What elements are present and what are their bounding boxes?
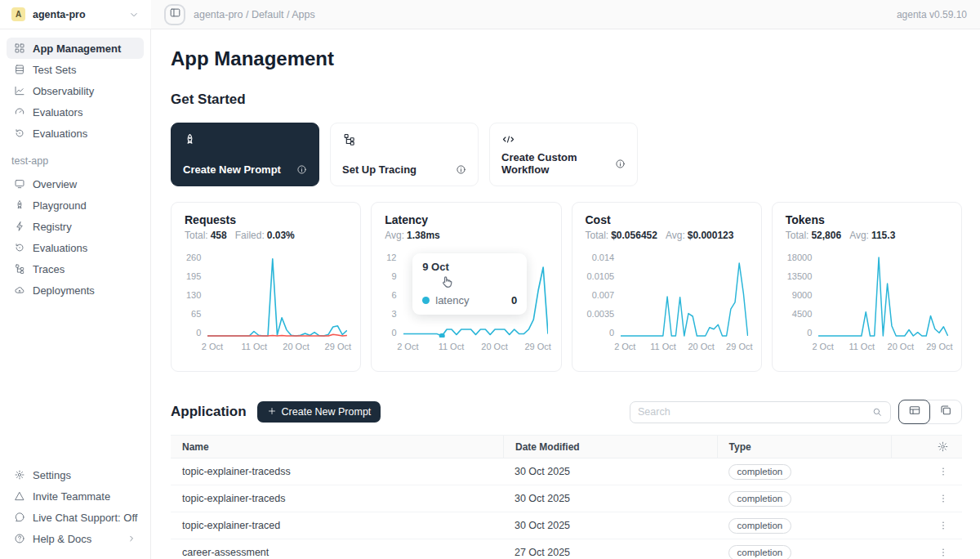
table-row[interactable]: career-assessment27 Oct 2025completion <box>171 539 962 559</box>
workspace-name: agenta-pro <box>33 9 121 20</box>
info-icon[interactable] <box>296 164 307 175</box>
sidebar-item-playground[interactable]: Playground <box>7 195 144 216</box>
application-tools <box>630 400 962 424</box>
y-tick: 260 <box>186 253 201 262</box>
sidebar-item-help-docs[interactable]: Help & Docs <box>7 528 144 549</box>
y-tick: 6 <box>391 290 396 300</box>
chart-card-cost: CostTotal:$0.056452Avg:$0.0001230.0140.0… <box>572 202 762 372</box>
cell-name: topic-explainer-traced <box>171 520 503 531</box>
x-tick: 20 Oct <box>283 342 309 351</box>
sidebar-item-evaluations[interactable]: Evaluations <box>7 237 144 258</box>
create-new-prompt-label: Create New Prompt <box>282 406 372 418</box>
sidebar-item-deployments[interactable]: Deployments <box>7 280 144 301</box>
y-tick: 0 <box>807 328 812 338</box>
x-tick: 11 Oct <box>241 342 267 351</box>
row-menu-icon[interactable] <box>938 493 949 504</box>
series-dot <box>422 297 430 304</box>
cell-date-modified: 30 Oct 2025 <box>503 520 717 531</box>
workspace-switcher[interactable]: A agenta-pro <box>0 0 151 29</box>
chart-plot[interactable] <box>621 253 748 338</box>
type-badge: completion <box>728 545 792 559</box>
column-header-name[interactable]: Name <box>171 441 503 453</box>
y-tick: 0 <box>196 328 201 338</box>
table-row[interactable]: topic-explainer-tracedss30 Oct 2025compl… <box>171 458 962 485</box>
sidebar-item-observability[interactable]: Observability <box>7 80 144 101</box>
sidebar-item-traces[interactable]: Traces <box>7 258 144 280</box>
chart-stat: Total:458 <box>185 230 227 241</box>
column-header-date-modified[interactable]: Date Modified <box>503 436 717 458</box>
sidebar-item-evaluators[interactable]: Evaluators <box>7 101 144 123</box>
row-menu-icon[interactable] <box>938 520 949 531</box>
code-icon <box>501 132 626 146</box>
y-tick: 12 <box>386 253 396 262</box>
chart-y-axis: 0.0140.01050.0070.00350 <box>586 253 621 338</box>
sidebar-item-invite-teammate[interactable]: Invite Teammate <box>7 485 144 507</box>
row-menu-icon[interactable] <box>938 466 949 477</box>
chart-x-axis: 2 Oct11 Oct20 Oct29 Oct <box>818 342 948 352</box>
chart-stat: Avg:$0.000123 <box>666 230 734 241</box>
tooltip-series-row: latency0 <box>422 294 517 306</box>
cell-date-modified: 30 Oct 2025 <box>503 466 717 477</box>
table-icon <box>14 64 25 75</box>
table-row[interactable]: topic-explainer-traced30 Oct 2025complet… <box>171 512 962 539</box>
x-tick: 20 Oct <box>688 342 714 351</box>
panel-icon <box>169 7 181 22</box>
sidebar-item-live-chat-support-off[interactable]: Live Chat Support: Off <box>7 507 144 528</box>
grid-icon <box>14 42 25 54</box>
get-started-heading: Get Started <box>171 92 962 108</box>
invite-icon <box>14 490 25 502</box>
y-tick: 4500 <box>792 309 812 319</box>
info-icon[interactable] <box>615 159 626 169</box>
card-view-button[interactable] <box>929 400 961 423</box>
x-tick: 20 Oct <box>888 342 914 351</box>
starter-card-set-up-tracing[interactable]: Set Up Tracing <box>330 123 479 186</box>
sidebar-app-section-label: test-app <box>11 155 144 167</box>
gear-icon[interactable] <box>937 440 949 453</box>
tooltip-series-value: 0 <box>511 294 517 306</box>
sidebar-item-app-management[interactable]: App Management <box>7 38 144 59</box>
y-tick: 3 <box>391 309 396 319</box>
trace-icon <box>14 263 25 275</box>
series-tokens <box>818 257 948 336</box>
x-tick: 20 Oct <box>481 342 507 351</box>
sidebar-item-registry[interactable]: Registry <box>7 216 144 237</box>
sidebar-item-label: Observability <box>33 85 136 97</box>
charts-row: RequestsTotal:458Failed:0.03%26019513065… <box>171 202 962 372</box>
create-new-prompt-button[interactable]: Create New Prompt <box>257 401 381 423</box>
chart-plot[interactable] <box>818 253 948 338</box>
sidebar-item-settings[interactable]: Settings <box>7 464 144 485</box>
chart-plot[interactable] <box>207 253 347 338</box>
column-header-type[interactable]: Type <box>717 436 891 458</box>
refresh-icon <box>14 127 25 139</box>
y-tick: 9000 <box>792 290 812 300</box>
starter-card-create-custom-workflow[interactable]: Create Custom Workflow <box>489 123 638 186</box>
cell-name: career-assessment <box>171 547 503 558</box>
topbar: agenta-pro / Default / Apps agenta v0.59… <box>151 0 980 29</box>
row-menu-icon[interactable] <box>938 547 949 558</box>
sidebar-item-overview[interactable]: Overview <box>7 173 144 195</box>
chart-line-icon <box>14 85 25 96</box>
starter-card-label: Create New Prompt <box>183 163 281 176</box>
sidebar-item-test-sets[interactable]: Test Sets <box>7 59 144 80</box>
series-requests <box>207 259 347 336</box>
sidebar-item-label: Help & Docs <box>33 533 119 545</box>
tooltip-series-name: latency <box>435 294 506 306</box>
table-view-button[interactable] <box>898 400 930 424</box>
sidebar-item-evaluations[interactable]: Evaluations <box>7 123 144 144</box>
y-tick: 0.0105 <box>587 271 615 281</box>
cell-type: completion <box>717 518 891 534</box>
starter-card-create-new-prompt[interactable]: Create New Prompt <box>171 123 319 186</box>
chart-stat: Avg:1.38ms <box>385 230 440 241</box>
chart-y-axis: 260195130650 <box>185 253 207 338</box>
sidebar-item-label: Evaluations <box>33 242 136 254</box>
chart-card-requests: RequestsTotal:458Failed:0.03%26019513065… <box>171 202 361 372</box>
sidebar-toggle-button[interactable] <box>164 4 185 25</box>
sidebar-main-nav: App ManagementTest SetsObservabilityEval… <box>7 38 144 144</box>
table-row[interactable]: topic-explainer-traceds30 Oct 2025comple… <box>171 485 962 512</box>
cell-name: topic-explainer-tracedss <box>171 466 503 477</box>
info-icon[interactable] <box>456 164 466 175</box>
x-tick: 29 Oct <box>926 342 952 351</box>
x-tick: 11 Oct <box>650 342 676 351</box>
search-input[interactable] <box>638 406 871 418</box>
chart-stat: Avg:115.3 <box>849 230 895 241</box>
